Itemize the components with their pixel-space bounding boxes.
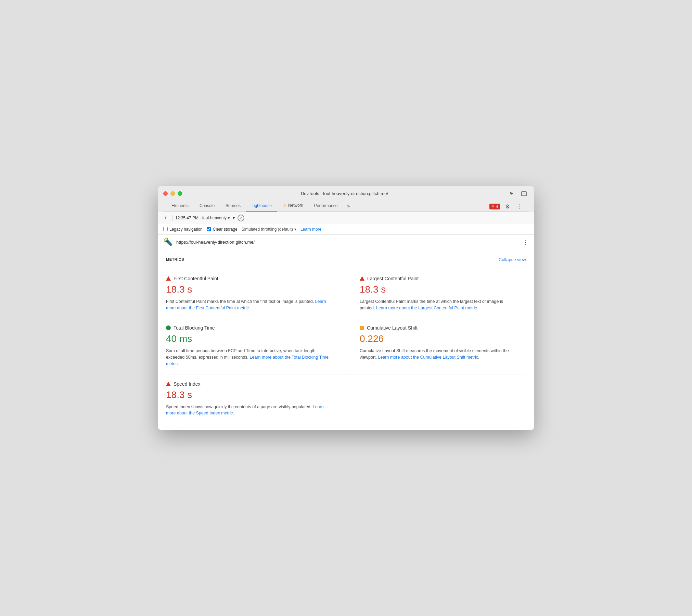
tab-console[interactable]: Console (194, 201, 220, 211)
metric-lcp: Largest Contentful Paint 18.3 s Largest … (346, 269, 526, 319)
fcp-name: First Contentful Paint (174, 276, 218, 281)
fcp-value: 18.3 s (166, 284, 332, 295)
legacy-nav-input[interactable] (163, 227, 168, 231)
cls-indicator-icon (360, 326, 364, 330)
learn-more-link[interactable]: Learn more (300, 227, 321, 232)
cls-description: Cumulative Layout Shift measures the mov… (360, 348, 518, 361)
metric-si: Speed Index 18.3 s Speed Index shows how… (166, 374, 346, 424)
url-dropdown[interactable]: ▾ (233, 216, 235, 220)
lcp-name: Largest Contentful Paint (367, 276, 419, 281)
metrics-header: METRICS Collapse view (166, 257, 526, 262)
lcp-description: Largest Contentful Paint marks the time … (360, 298, 518, 311)
legacy-nav-label: Legacy navigation (169, 227, 203, 232)
error-icon: ✕ (491, 204, 495, 209)
svg-rect-0 (522, 192, 526, 196)
collapse-view-button[interactable]: Collapse view (499, 257, 526, 262)
tbt-indicator-icon (166, 325, 171, 330)
error-badge[interactable]: ✕ 4 (489, 204, 500, 209)
url-more-button[interactable]: ⋮ (523, 239, 529, 246)
si-value: 18.3 s (166, 389, 332, 400)
legacy-nav-checkbox[interactable]: Legacy navigation (163, 227, 203, 232)
metric-cls: Cumulative Layout Shift 0.226 Cumulative… (346, 318, 526, 374)
clear-storage-input[interactable] (207, 227, 211, 231)
metric-si-header: Speed Index (166, 381, 332, 387)
warning-icon: ⚠ (283, 203, 287, 208)
lcp-learn-more-link[interactable]: Learn more about the Largest Contentful … (376, 306, 477, 310)
tab-elements[interactable]: Elements (166, 201, 194, 211)
throttle-dropdown-icon: ▾ (294, 227, 296, 232)
throttle-select[interactable]: Simulated throttling (default) ▾ (242, 227, 296, 232)
tab-network[interactable]: ⚠ Network (277, 200, 309, 211)
lcp-value: 18.3 s (360, 284, 518, 295)
tab-lighthouse[interactable]: Lighthouse (246, 201, 277, 211)
time-display: 12:35:47 PM - foul-heavenly-c (175, 216, 230, 220)
title-bar: DevTools - foul-heavenly-direction.glitc… (158, 186, 534, 212)
dock-icon[interactable] (519, 190, 529, 197)
cls-value: 0.226 (360, 333, 518, 344)
fcp-indicator-icon (166, 276, 171, 281)
si-name: Speed Index (174, 381, 201, 387)
more-button[interactable]: ⋮ (515, 202, 525, 211)
current-url: https://foul-heavenly-direction.glitch.m… (176, 240, 523, 245)
traffic-lights (163, 191, 182, 196)
tab-performance[interactable]: Performance (309, 201, 343, 211)
metric-fcp-header: First Contentful Paint (166, 276, 332, 281)
close-button[interactable] (163, 191, 168, 196)
error-count: 4 (496, 205, 498, 209)
metrics-grid: First Contentful Paint 18.3 s First Cont… (166, 269, 526, 423)
devtools-window: DevTools - foul-heavenly-direction.glitc… (158, 186, 534, 430)
block-icon: ⊘ (240, 216, 242, 220)
dropdown-arrow: ▾ (233, 216, 235, 220)
cursor-icon[interactable] (507, 190, 516, 197)
window-title: DevTools - foul-heavenly-direction.glitc… (182, 191, 507, 196)
si-description: Speed Index shows how quickly the conten… (166, 404, 332, 417)
fcp-description: First Contentful Paint marks the time at… (166, 298, 332, 311)
lcp-indicator-icon (360, 276, 364, 281)
nav-more-button[interactable]: » (343, 201, 354, 211)
clear-storage-checkbox[interactable]: Clear storage (207, 227, 238, 232)
cls-learn-more-link[interactable]: Learn more about the Cumulative Layout S… (378, 355, 478, 360)
tbt-description: Sum of all time periods between FCP and … (166, 348, 332, 367)
nav-tabs: Elements Console Sources Lighthouse ⚠ Ne… (163, 200, 529, 212)
block-button[interactable]: ⊘ (238, 215, 244, 221)
metrics-title: METRICS (166, 257, 184, 261)
throttle-label: Simulated throttling (default) (242, 227, 293, 232)
toolbar: + 12:35:47 PM - foul-heavenly-c ▾ ⊘ (158, 212, 534, 224)
metric-lcp-header: Largest Contentful Paint (360, 276, 518, 281)
minimize-button[interactable] (170, 191, 175, 196)
metric-tbt: Total Blocking Time 40 ms Sum of all tim… (166, 318, 346, 374)
separator (172, 215, 172, 221)
tbt-name: Total Blocking Time (174, 325, 215, 331)
tab-sources[interactable]: Sources (220, 201, 246, 211)
options-bar: Legacy navigation Clear storage Simulate… (158, 224, 534, 235)
nav-right-controls: ✕ 4 ⚙ ⋮ (489, 202, 526, 211)
cls-name: Cumulative Layout Shift (367, 325, 418, 331)
metric-cls-header: Cumulative Layout Shift (360, 325, 518, 331)
add-tab-button[interactable]: + (162, 214, 169, 222)
url-bar: 🔦 https://foul-heavenly-direction.glitch… (158, 235, 534, 250)
metric-empty (346, 374, 526, 424)
tbt-value: 40 ms (166, 333, 332, 344)
title-bar-icons (507, 190, 529, 197)
metric-fcp: First Contentful Paint 18.3 s First Cont… (166, 269, 346, 319)
metric-tbt-header: Total Blocking Time (166, 325, 332, 331)
settings-button[interactable]: ⚙ (503, 202, 512, 211)
lighthouse-logo-icon: 🔦 (163, 238, 173, 247)
si-indicator-icon (166, 382, 171, 386)
maximize-button[interactable] (178, 191, 182, 196)
main-content: METRICS Collapse view First Contentful P… (158, 250, 534, 430)
clear-storage-label: Clear storage (213, 227, 238, 232)
